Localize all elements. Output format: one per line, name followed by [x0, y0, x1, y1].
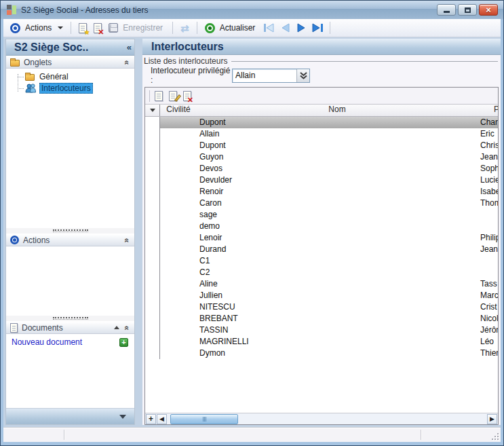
- collapse-sidebar-icon[interactable]: «: [127, 42, 132, 52]
- table-row[interactable]: DevulderLucie: [145, 174, 498, 186]
- table-cell: Devos: [197, 163, 478, 174]
- column-header-nom[interactable]: Nom: [197, 105, 478, 116]
- next-record-button[interactable]: [294, 22, 308, 34]
- table-cell: Dymon: [197, 348, 478, 359]
- refresh-button[interactable]: Actualiser: [203, 22, 260, 35]
- new-document-icon: ★: [79, 23, 87, 33]
- new-document-link[interactable]: Nouveau document: [12, 337, 119, 347]
- table-cell: Charl: [478, 117, 498, 128]
- contacts-grid: ✕ Civilité Nom Prénom DupontCharlAllainE…: [144, 87, 499, 425]
- table-row[interactable]: NITESCUCrist: [145, 301, 498, 313]
- scroll-right-button[interactable]: ▶: [487, 414, 497, 424]
- table-cell: Caron: [197, 198, 478, 209]
- table-cell: [160, 290, 197, 301]
- table-row[interactable]: DymonThier: [145, 348, 498, 359]
- scroll-up-icon[interactable]: [114, 326, 119, 329]
- table-row[interactable]: BREBANTNicol: [145, 313, 498, 324]
- column-header-prenom[interactable]: Prénom: [478, 105, 499, 116]
- collapse-panel-icon[interactable]: «: [123, 60, 132, 64]
- splitter-handle[interactable]: [6, 316, 134, 321]
- privileged-contact-select[interactable]: Allain: [232, 69, 310, 83]
- panel-header-onglets[interactable]: Onglets «: [6, 56, 134, 69]
- grid-delete-icon[interactable]: ✕: [183, 91, 191, 101]
- actions-menu-button[interactable]: Actions: [8, 22, 65, 35]
- table-row[interactable]: DupontCharl: [145, 117, 498, 128]
- app-window: S2 Siège Social - Adresses du tiers × Ac…: [0, 0, 504, 446]
- row-selector-header[interactable]: [145, 105, 160, 116]
- table-cell: Dupont: [197, 117, 478, 128]
- table-row[interactable]: GuyonJean: [145, 151, 498, 163]
- minimize-icon: [444, 11, 450, 13]
- scrollbar-track[interactable]: [168, 414, 486, 424]
- table-row[interactable]: C2: [145, 267, 498, 278]
- table-row[interactable]: MAGRINELLILéo: [145, 336, 498, 348]
- minimize-button[interactable]: [437, 4, 456, 16]
- row-indicator: [145, 117, 160, 128]
- table-cell: [160, 140, 197, 151]
- restore-button[interactable]: [458, 4, 477, 16]
- statusbar-divider: [421, 430, 421, 440]
- splitter-handle[interactable]: [6, 228, 134, 234]
- main-toolbar: Actions ★ ✕ Enregistrer ⇄ Actualiser: [3, 19, 501, 37]
- delete-document-button[interactable]: ✕: [92, 22, 104, 35]
- scroll-down-icon[interactable]: [119, 415, 126, 419]
- resize-grip[interactable]: [490, 432, 499, 440]
- grid-header-row: Civilité Nom Prénom: [145, 105, 498, 117]
- last-record-icon: [312, 23, 324, 33]
- row-indicator: [145, 163, 160, 174]
- table-cell: Isabe: [478, 186, 498, 198]
- documents-panel-fill: [6, 350, 134, 408]
- toolbar-separator: [71, 22, 71, 34]
- folder-icon: [10, 60, 20, 67]
- table-cell: [478, 267, 498, 278]
- actions-title: Actions: [23, 236, 121, 245]
- table-cell: [160, 324, 197, 336]
- sync-button[interactable]: ⇄: [178, 22, 191, 35]
- sidebar-title: S2 Siège Soc..: [14, 41, 127, 54]
- horizontal-scrollbar[interactable]: + ◀ ▶: [145, 413, 498, 424]
- panel-header-actions[interactable]: Actions «: [6, 234, 134, 246]
- table-cell: [160, 221, 197, 232]
- table-cell: Thom: [478, 198, 498, 209]
- table-row[interactable]: JullienMarc: [145, 290, 498, 301]
- row-indicator: [145, 198, 160, 209]
- previous-record-button[interactable]: [278, 22, 292, 34]
- tree-item-general[interactable]: Général: [6, 71, 134, 82]
- collapse-panel-icon[interactable]: «: [123, 325, 132, 330]
- table-row[interactable]: RenoirIsabe: [145, 186, 498, 198]
- toolbar-separator: [330, 22, 330, 34]
- table-cell: Durand: [197, 244, 478, 255]
- add-document-button[interactable]: +: [119, 338, 128, 347]
- table-row[interactable]: TASSINJérôm: [145, 324, 498, 336]
- table-row[interactable]: AllainEric: [145, 128, 498, 140]
- table-row[interactable]: C1: [145, 255, 498, 267]
- last-record-button[interactable]: [311, 22, 324, 34]
- table-row[interactable]: LenoirPhilip: [145, 232, 498, 244]
- first-record-button[interactable]: [262, 22, 275, 34]
- table-cell: MAGRINELLI: [197, 336, 478, 348]
- tree-item-interlocuteurs[interactable]: Interlocuteurs: [6, 83, 134, 94]
- table-row[interactable]: demo: [145, 221, 498, 232]
- scroll-left-button[interactable]: ◀: [157, 414, 167, 424]
- grid-new-icon[interactable]: [155, 91, 163, 101]
- save-button[interactable]: Enregistrer: [106, 22, 167, 34]
- collapse-panel-icon[interactable]: «: [123, 238, 132, 242]
- table-row[interactable]: DevosSophi: [145, 163, 498, 174]
- close-button[interactable]: ×: [479, 4, 498, 16]
- table-cell: Guyon: [197, 151, 478, 163]
- panel-header-documents[interactable]: Documents «: [6, 321, 134, 334]
- table-row[interactable]: DupontChris: [145, 140, 498, 151]
- table-row[interactable]: CaronThom: [145, 198, 498, 209]
- table-row[interactable]: sage: [145, 209, 498, 221]
- grid-edit-icon[interactable]: [169, 91, 177, 101]
- column-header-civilite[interactable]: Civilité: [160, 105, 197, 116]
- privileged-contact-value: Allain: [233, 71, 296, 80]
- table-cell: [160, 336, 197, 348]
- table-row[interactable]: AlineTass: [145, 278, 498, 290]
- new-document-button[interactable]: ★: [77, 22, 89, 35]
- table-cell: [478, 221, 498, 232]
- table-row[interactable]: DurandJean: [145, 244, 498, 255]
- combo-dropdown-button[interactable]: [296, 69, 309, 82]
- add-row-button[interactable]: +: [146, 414, 156, 424]
- scrollbar-thumb[interactable]: [170, 414, 238, 424]
